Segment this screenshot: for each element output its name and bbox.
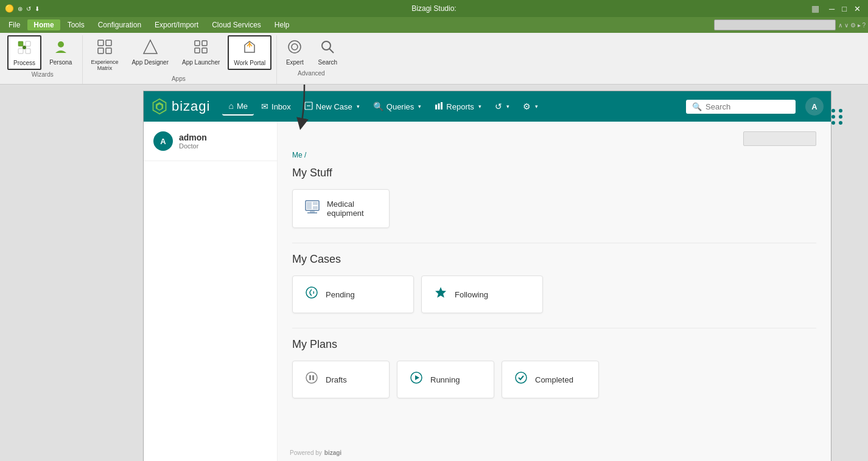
ribbon-btn-process[interactable]: Process xyxy=(7,35,41,70)
svg-rect-9 xyxy=(106,48,111,54)
ribbon-btn-app-launcher[interactable]: App Launcher xyxy=(177,35,225,69)
svg-point-19 xyxy=(322,41,331,50)
svg-rect-2 xyxy=(18,49,23,54)
portal-nav-me-label: Me xyxy=(237,102,248,111)
following-label: Following xyxy=(455,290,488,299)
ribbon-group-wizards-items: Process Persona xyxy=(7,35,77,70)
sidebar-avatar: A xyxy=(153,131,173,151)
maximize-button[interactable]: □ xyxy=(839,4,849,13)
ribbon-search-input[interactable] xyxy=(714,19,836,30)
svg-marker-37 xyxy=(435,287,446,298)
svg-rect-14 xyxy=(202,48,207,53)
ribbon-advanced-group-label: Advanced xyxy=(298,70,324,78)
ribbon-apps-group-label: Apps xyxy=(172,75,186,84)
me-home-icon: ⌂ xyxy=(228,101,233,111)
menu-item-home[interactable]: Home xyxy=(27,19,60,30)
portal-nav-new-case[interactable]: New Case ▾ xyxy=(298,98,366,116)
ribbon-btn-search[interactable]: Search xyxy=(312,35,343,69)
svg-rect-7 xyxy=(106,40,111,46)
drafts-label: Drafts xyxy=(326,375,347,384)
portal-nav-timer[interactable]: ↺ ▾ xyxy=(489,98,516,115)
svg-rect-1 xyxy=(26,41,30,46)
portal-window: bizagi ⌂ Me ✉ Inbox xyxy=(143,91,831,461)
card-running[interactable]: Running xyxy=(397,361,494,398)
close-button[interactable]: ✕ xyxy=(852,4,863,13)
svg-point-43 xyxy=(516,372,527,383)
portal-search-input[interactable] xyxy=(705,102,785,111)
svg-marker-42 xyxy=(415,375,419,380)
svg-point-18 xyxy=(292,44,298,50)
app-launcher-icon xyxy=(192,38,209,58)
menu-item-cloud[interactable]: Cloud Services xyxy=(206,19,267,30)
card-following[interactable]: Following xyxy=(421,276,543,313)
completed-label: Completed xyxy=(535,375,573,384)
portal-nav-queries-label: Queries xyxy=(387,102,415,111)
svg-point-38 xyxy=(306,372,317,383)
card-medical-equipment[interactable]: Medicalequipment xyxy=(292,189,390,228)
portal-body: A admon Doctor Powered by bizagi xyxy=(144,122,831,461)
ribbon: Process Persona Wizards xyxy=(0,33,868,85)
svg-rect-0 xyxy=(18,41,23,46)
pending-icon xyxy=(305,286,318,303)
portal-main: Me / My Stuff xyxy=(278,122,831,461)
card-pending[interactable]: Pending xyxy=(292,276,414,313)
portal-search[interactable]: 🔍 xyxy=(686,100,796,114)
ribbon-process-label: Process xyxy=(13,60,35,66)
portal-nav: ⌂ Me ✉ Inbox New Case ▾ xyxy=(222,97,681,116)
portal-nav-inbox-label: Inbox xyxy=(271,102,291,111)
menu-item-configuration[interactable]: Configuration xyxy=(92,19,147,30)
ribbon-btn-persona[interactable]: Persona xyxy=(44,35,77,69)
menu-bar: File Home Tools Configuration Export/Imp… xyxy=(0,17,868,33)
running-icon xyxy=(410,371,423,388)
portal-nav-reports[interactable]: Reports ▾ xyxy=(429,98,488,116)
drafts-icon xyxy=(305,371,318,388)
breadcrumb-me[interactable]: Me / xyxy=(292,151,306,159)
powered-by-logo: bizagi xyxy=(324,449,341,456)
svg-rect-31 xyxy=(307,202,312,209)
minimize-button[interactable]: ─ xyxy=(827,4,837,13)
svg-point-36 xyxy=(306,287,317,298)
ribbon-experience-matrix-label: ExperienceMatrix xyxy=(91,59,118,71)
ribbon-search-area: ∧ ∨ ⚙ ▸ ? xyxy=(714,19,866,30)
portal-header: bizagi ⌂ Me ✉ Inbox xyxy=(144,91,831,122)
sidebar-user-role: Doctor xyxy=(179,142,207,150)
svg-rect-32 xyxy=(313,202,318,205)
card-drafts[interactable]: Drafts xyxy=(292,361,390,398)
portal-nav-inbox[interactable]: ✉ Inbox xyxy=(255,98,297,115)
menu-item-file[interactable]: File xyxy=(2,19,26,30)
card-completed[interactable]: Completed xyxy=(502,361,599,398)
timer-dropdown-arrow: ▾ xyxy=(506,103,509,109)
svg-rect-11 xyxy=(195,41,200,46)
menu-item-tools[interactable]: Tools xyxy=(61,19,91,30)
ribbon-btn-work-portal[interactable]: Work Portal xyxy=(228,35,271,70)
pending-label: Pending xyxy=(326,290,355,299)
menu-item-help[interactable]: Help xyxy=(268,19,296,30)
ribbon-search-label: Search xyxy=(318,59,338,66)
top-action-button[interactable] xyxy=(743,131,816,146)
svg-rect-33 xyxy=(313,206,318,209)
completed-icon xyxy=(514,371,528,388)
new-case-dropdown-arrow: ▾ xyxy=(357,103,360,109)
menu-item-export-import[interactable]: Export/Import xyxy=(149,19,205,30)
medical-equipment-label: Medicalequipment xyxy=(327,199,364,218)
portal-user-avatar[interactable]: A xyxy=(805,97,824,116)
following-icon xyxy=(434,286,447,303)
queries-dropdown-arrow: ▾ xyxy=(418,103,421,109)
ribbon-btn-expert[interactable]: Expert xyxy=(279,35,310,69)
medical-equipment-icon xyxy=(305,200,320,217)
title-bar-left: 🟡 ⊛ ↺ ⬇ xyxy=(5,4,40,13)
top-actions xyxy=(292,131,816,146)
ribbon-btn-app-designer[interactable]: App Designer xyxy=(126,35,174,69)
ribbon-btn-experience-matrix[interactable]: ExperienceMatrix xyxy=(85,35,124,74)
svg-point-4 xyxy=(23,46,26,49)
portal-nav-settings[interactable]: ⚙ ▾ xyxy=(517,98,544,115)
reports-dropdown-arrow: ▾ xyxy=(478,103,481,109)
work-portal-icon xyxy=(241,39,258,58)
svg-rect-39 xyxy=(309,375,311,380)
sidebar-user-name: admon xyxy=(179,133,207,142)
portal-logo: bizagi xyxy=(151,98,210,115)
ribbon-group-advanced: Expert Search Advanced xyxy=(277,35,348,84)
svg-rect-6 xyxy=(98,40,103,46)
portal-nav-me[interactable]: ⌂ Me xyxy=(222,97,254,116)
portal-nav-queries[interactable]: 🔍 Queries ▾ xyxy=(367,98,428,115)
